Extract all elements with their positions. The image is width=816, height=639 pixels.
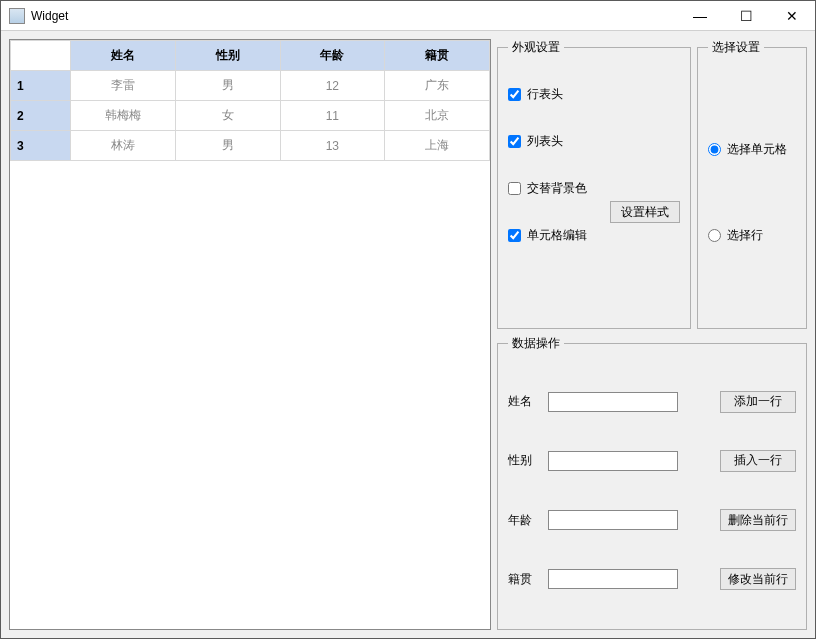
age-row: 年龄 删除当前行 bbox=[508, 509, 796, 531]
cell[interactable]: 11 bbox=[280, 101, 385, 131]
col-header-checkbox[interactable] bbox=[508, 135, 521, 148]
cell[interactable]: 北京 bbox=[385, 101, 490, 131]
cell-edit-checkbox-text: 单元格编辑 bbox=[527, 227, 587, 244]
cell[interactable]: 男 bbox=[175, 71, 280, 101]
name-label: 姓名 bbox=[508, 393, 540, 410]
row-header-checkbox-label[interactable]: 行表头 bbox=[508, 86, 680, 103]
select-cell-radio[interactable] bbox=[708, 143, 721, 156]
window-title: Widget bbox=[31, 9, 677, 23]
col-header-gender[interactable]: 性别 bbox=[175, 41, 280, 71]
right-pane: 外观设置 行表头 列表头 设置样式 交替背景色 bbox=[497, 39, 807, 630]
modify-row-button[interactable]: 修改当前行 bbox=[720, 568, 796, 590]
alt-bg-checkbox[interactable] bbox=[508, 182, 521, 195]
cell[interactable]: 男 bbox=[175, 131, 280, 161]
app-window: Widget — ☐ ✕ 姓名 性别 年龄 籍贯 bbox=[0, 0, 816, 639]
alt-bg-checkbox-text: 交替背景色 bbox=[527, 180, 587, 197]
window-controls: — ☐ ✕ bbox=[677, 1, 815, 30]
data-table[interactable]: 姓名 性别 年龄 籍贯 1 李雷 男 12 广东 2 bbox=[10, 40, 490, 161]
cell[interactable]: 女 bbox=[175, 101, 280, 131]
cell[interactable]: 李雷 bbox=[71, 71, 176, 101]
cell[interactable]: 广东 bbox=[385, 71, 490, 101]
alt-bg-checkbox-label[interactable]: 交替背景色 bbox=[508, 180, 680, 197]
select-cell-radio-label[interactable]: 选择单元格 bbox=[708, 141, 796, 158]
col-header-checkbox-text: 列表头 bbox=[527, 133, 563, 150]
row-header-checkbox-text: 行表头 bbox=[527, 86, 563, 103]
row-header[interactable]: 2 bbox=[11, 101, 71, 131]
cell[interactable]: 13 bbox=[280, 131, 385, 161]
data-ops-group: 数据操作 姓名 添加一行 性别 插入一行 年龄 删除当前行 籍贯 bbox=[497, 335, 807, 630]
table-corner bbox=[11, 41, 71, 71]
hometown-input[interactable] bbox=[548, 569, 678, 589]
appearance-legend: 外观设置 bbox=[508, 39, 564, 56]
table-row[interactable]: 1 李雷 男 12 广东 bbox=[11, 71, 490, 101]
age-input[interactable] bbox=[548, 510, 678, 530]
col-header-hometown[interactable]: 籍贯 bbox=[385, 41, 490, 71]
cell-edit-checkbox-label[interactable]: 单元格编辑 bbox=[508, 227, 680, 244]
select-cell-radio-text: 选择单元格 bbox=[727, 141, 787, 158]
maximize-button[interactable]: ☐ bbox=[723, 1, 769, 30]
delete-row-button[interactable]: 删除当前行 bbox=[720, 509, 796, 531]
row-header[interactable]: 1 bbox=[11, 71, 71, 101]
cell[interactable]: 12 bbox=[280, 71, 385, 101]
set-style-button[interactable]: 设置样式 bbox=[610, 201, 680, 223]
app-icon bbox=[9, 8, 25, 24]
gender-input[interactable] bbox=[548, 451, 678, 471]
cell[interactable]: 林涛 bbox=[71, 131, 176, 161]
close-button[interactable]: ✕ bbox=[769, 1, 815, 30]
select-row-radio[interactable] bbox=[708, 229, 721, 242]
table-row[interactable]: 2 韩梅梅 女 11 北京 bbox=[11, 101, 490, 131]
client-area: 姓名 性别 年龄 籍贯 1 李雷 男 12 广东 2 bbox=[1, 31, 815, 638]
selection-group: 选择设置 选择单元格 选择行 bbox=[697, 39, 807, 329]
titlebar: Widget — ☐ ✕ bbox=[1, 1, 815, 31]
name-row: 姓名 添加一行 bbox=[508, 391, 796, 413]
gender-label: 性别 bbox=[508, 452, 540, 469]
data-ops-legend: 数据操作 bbox=[508, 335, 564, 352]
cell[interactable]: 韩梅梅 bbox=[71, 101, 176, 131]
insert-row-button[interactable]: 插入一行 bbox=[720, 450, 796, 472]
name-input[interactable] bbox=[548, 392, 678, 412]
cell-edit-checkbox[interactable] bbox=[508, 229, 521, 242]
hometown-label: 籍贯 bbox=[508, 571, 540, 588]
cell[interactable]: 上海 bbox=[385, 131, 490, 161]
age-label: 年龄 bbox=[508, 512, 540, 529]
hometown-row: 籍贯 修改当前行 bbox=[508, 568, 796, 590]
gender-row: 性别 插入一行 bbox=[508, 450, 796, 472]
row-header[interactable]: 3 bbox=[11, 131, 71, 161]
table-pane: 姓名 性别 年龄 籍贯 1 李雷 男 12 广东 2 bbox=[9, 39, 491, 630]
selection-legend: 选择设置 bbox=[708, 39, 764, 56]
select-row-radio-text: 选择行 bbox=[727, 227, 763, 244]
col-header-checkbox-label[interactable]: 列表头 bbox=[508, 133, 680, 150]
col-header-name[interactable]: 姓名 bbox=[71, 41, 176, 71]
row-header-checkbox[interactable] bbox=[508, 88, 521, 101]
col-header-age[interactable]: 年龄 bbox=[280, 41, 385, 71]
minimize-button[interactable]: — bbox=[677, 1, 723, 30]
top-settings-row: 外观设置 行表头 列表头 设置样式 交替背景色 bbox=[497, 39, 807, 329]
table-row[interactable]: 3 林涛 男 13 上海 bbox=[11, 131, 490, 161]
select-row-radio-label[interactable]: 选择行 bbox=[708, 227, 796, 244]
appearance-group: 外观设置 行表头 列表头 设置样式 交替背景色 bbox=[497, 39, 691, 329]
add-row-button[interactable]: 添加一行 bbox=[720, 391, 796, 413]
